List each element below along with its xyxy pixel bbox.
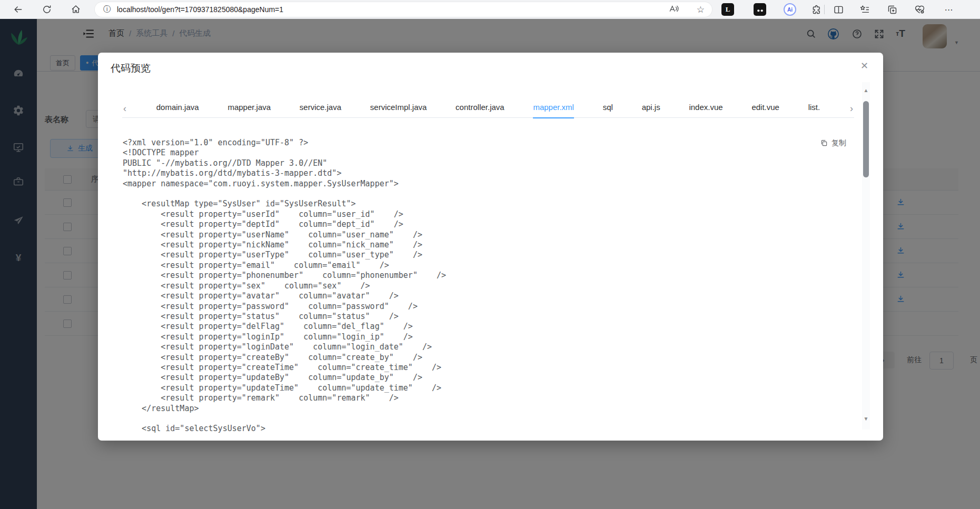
read-aloud-icon[interactable] [669, 4, 679, 16]
extension-ai-icon[interactable]: Ai [784, 3, 796, 16]
address-bar[interactable]: ⓘ localhost/tool/gen?t=1709371825080&pag… [95, 2, 712, 17]
site-info-icon[interactable]: ⓘ [103, 5, 111, 14]
tabs-next-icon[interactable]: › [849, 104, 854, 113]
screen: ⓘ localhost/tool/gen?t=1709371825080&pag… [0, 0, 980, 509]
collections-icon[interactable] [886, 3, 898, 16]
close-icon[interactable]: ✕ [860, 60, 868, 72]
split-screen-icon[interactable] [832, 3, 845, 16]
copy-button[interactable]: 复制 [820, 138, 846, 148]
dialog-title: 代码预览 [111, 62, 151, 75]
toolbar-divider [824, 5, 825, 14]
app-shell: ¥ 首页 / 系统工具 / 代码生成 [0, 19, 980, 509]
tab-edit-vue[interactable]: edit.vue [751, 99, 779, 118]
favorites-hub-icon[interactable] [858, 3, 871, 16]
tab-mapper-xml[interactable]: mapper.xml [533, 99, 574, 118]
url-text[interactable]: localhost/tool/gen?t=1709371825080&pageN… [117, 5, 283, 14]
tab-service-java[interactable]: service.java [300, 99, 341, 118]
tabs-prev-icon[interactable]: ‹ [122, 104, 127, 113]
home-icon[interactable] [70, 3, 82, 16]
scroll-up-icon[interactable]: ▲ [862, 87, 870, 93]
tab-domain-java[interactable]: domain.java [156, 99, 199, 118]
modal-scrollbar-thumb[interactable] [863, 101, 869, 177]
tab-list[interactable]: list. [808, 99, 820, 118]
extensions-puzzle-icon[interactable] [810, 3, 823, 16]
tab-sql[interactable]: sql [603, 99, 613, 118]
code-content[interactable]: <?xml version="1.0" encoding="UTF-8" ?> … [123, 138, 818, 434]
code-preview-dialog: 代码预览 ✕ ‹ domain.java mapper.java service… [98, 53, 883, 441]
tab-api-js[interactable]: api.js [642, 99, 660, 118]
back-icon[interactable] [12, 3, 24, 16]
favorite-star-icon[interactable]: ☆ [697, 4, 705, 15]
tab-mapper-java[interactable]: mapper.java [227, 99, 271, 118]
refresh-icon[interactable] [41, 3, 53, 16]
browser-essentials-icon[interactable] [913, 3, 926, 16]
scroll-down-icon[interactable]: ▼ [862, 416, 870, 422]
code-tabs: ‹ domain.java mapper.java service.java s… [122, 99, 854, 118]
extension-dots-icon[interactable] [754, 3, 766, 16]
tab-serviceimpl-java[interactable]: serviceImpl.java [370, 99, 427, 118]
browser-toolbar: ⓘ localhost/tool/gen?t=1709371825080&pag… [0, 0, 980, 19]
tab-controller-java[interactable]: controller.java [456, 99, 504, 118]
browser-menu-icon[interactable]: ⋯ [943, 3, 955, 16]
copy-icon [820, 139, 828, 147]
tab-index-vue[interactable]: index.vue [689, 99, 722, 118]
extension-l-icon[interactable]: L [721, 3, 734, 16]
